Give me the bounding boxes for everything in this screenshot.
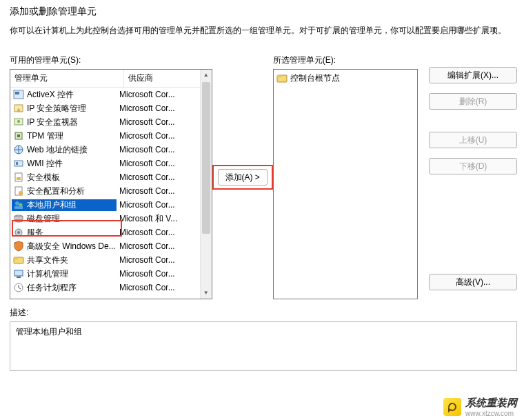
item-name: 服务 bbox=[27, 227, 43, 239]
item-name: 本地用户和组 bbox=[27, 199, 77, 211]
item-vendor: Microsoft Cor... bbox=[117, 159, 210, 168]
list-item[interactable]: 计算机管理Microsoft Cor... bbox=[10, 267, 212, 281]
svg-rect-6 bbox=[17, 134, 20, 137]
svg-rect-25 bbox=[17, 277, 21, 278]
item-vendor: Microsoft Cor... bbox=[117, 200, 210, 210]
available-label: 可用的管理单元(S): bbox=[10, 54, 212, 66]
list-item[interactable]: Web 地址的链接Microsoft Cor... bbox=[10, 143, 212, 157]
item-vendor: Microsoft Cor... bbox=[117, 186, 210, 196]
item-name: Web 地址的链接 bbox=[27, 144, 88, 156]
advanced-button[interactable]: 高级(V)... bbox=[429, 274, 517, 290]
ipsec-policy-icon bbox=[13, 103, 24, 114]
svg-point-4 bbox=[17, 120, 20, 123]
item-vendor: Microsoft Cor... bbox=[117, 228, 210, 237]
item-name: TPM 管理 bbox=[27, 130, 63, 142]
console-root-label: 控制台根节点 bbox=[290, 72, 340, 84]
activex-icon bbox=[13, 89, 24, 100]
item-name: 共享文件夹 bbox=[27, 254, 68, 266]
selected-label: 所选管理单元(E): bbox=[273, 54, 418, 66]
list-item[interactable]: TPM 管理Microsoft Cor... bbox=[10, 129, 212, 143]
svg-rect-23 bbox=[14, 257, 18, 259]
col-header-vendor[interactable]: 供应商 bbox=[124, 70, 212, 87]
item-vendor: Microsoft Cor... bbox=[117, 255, 210, 265]
edit-extensions-button[interactable]: 编辑扩展(X)... bbox=[429, 67, 517, 83]
selected-listbox[interactable]: 控制台根节点 bbox=[273, 69, 418, 299]
console-root-node[interactable]: 控制台根节点 bbox=[274, 70, 417, 87]
item-vendor: Microsoft Cor... bbox=[117, 131, 210, 141]
description-label: 描述: bbox=[10, 307, 517, 319]
list-item[interactable]: 高级安全 Windows De...Microsoft Cor... bbox=[10, 239, 212, 253]
col-header-name[interactable]: 管理单元 bbox=[10, 70, 124, 87]
sec-config-icon bbox=[13, 186, 24, 197]
item-name: IP 安全监视器 bbox=[27, 117, 78, 128]
list-item[interactable]: 任务计划程序Microsoft Cor... bbox=[10, 281, 212, 294]
computer-mgmt-icon bbox=[13, 268, 24, 279]
item-vendor: Microsoft 和 V... bbox=[117, 213, 210, 225]
item-vendor: Microsoft Cor... bbox=[117, 172, 210, 182]
scroll-down-icon[interactable]: ▼ bbox=[201, 288, 212, 299]
annotation-highlight-add: 添加(A) > bbox=[212, 165, 273, 190]
list-item[interactable]: 服务Microsoft Cor... bbox=[10, 226, 212, 239]
svg-rect-24 bbox=[14, 270, 23, 276]
item-name: 磁盘管理 bbox=[27, 213, 60, 225]
description-box: 管理本地用户和组 bbox=[10, 321, 517, 371]
svg-rect-16 bbox=[14, 206, 23, 209]
item-vendor: Microsoft Cor... bbox=[117, 283, 210, 292]
list-item[interactable]: ActiveX 控件Microsoft Cor... bbox=[10, 88, 212, 101]
ipsec-monitor-icon bbox=[13, 117, 24, 128]
wmi-icon bbox=[13, 158, 24, 169]
svg-point-21 bbox=[17, 231, 20, 234]
item-name: 任务计划程序 bbox=[27, 282, 77, 294]
item-name: ActiveX 控件 bbox=[27, 89, 74, 101]
item-vendor: Microsoft Cor... bbox=[117, 117, 210, 127]
local-users-icon bbox=[13, 199, 24, 210]
svg-point-15 bbox=[19, 203, 23, 207]
item-name: 安全模板 bbox=[27, 172, 60, 183]
list-item[interactable]: 安全模板Microsoft Cor... bbox=[10, 170, 212, 184]
scroll-up-icon[interactable]: ▲ bbox=[201, 70, 212, 81]
list-item[interactable]: 本地用户和组Microsoft Cor... bbox=[10, 198, 212, 212]
svg-rect-11 bbox=[17, 177, 21, 180]
task-sched-icon bbox=[13, 282, 24, 293]
list-item[interactable]: 安全配置和分析Microsoft Cor... bbox=[10, 184, 212, 198]
tpm-icon bbox=[13, 130, 24, 141]
item-name: WMI 控件 bbox=[27, 158, 63, 170]
svg-point-19 bbox=[14, 219, 23, 222]
svg-point-14 bbox=[15, 201, 19, 206]
list-item[interactable]: IP 安全策略管理Microsoft Cor... bbox=[10, 101, 212, 115]
console-root-icon bbox=[276, 73, 288, 84]
item-vendor: Microsoft Cor... bbox=[117, 90, 210, 99]
available-list-header: 管理单元 供应商 bbox=[10, 70, 212, 88]
scrollbar[interactable]: ▲ ▼ bbox=[200, 70, 212, 299]
item-vendor: Microsoft Cor... bbox=[117, 241, 210, 251]
list-item[interactable]: 共享文件夹Microsoft Cor... bbox=[10, 253, 212, 267]
scroll-thumb[interactable] bbox=[202, 82, 210, 234]
watermark-text-en: www.xtzcw.com bbox=[465, 410, 517, 417]
dialog-title: 添加或删除管理单元 bbox=[10, 6, 517, 18]
move-up-button[interactable]: 上移(U) bbox=[429, 132, 517, 148]
add-button[interactable]: 添加(A) > bbox=[218, 169, 268, 186]
shared-folders-icon bbox=[13, 254, 24, 266]
description-text: 管理本地用户和组 bbox=[16, 327, 82, 337]
item-name: 计算机管理 bbox=[27, 268, 68, 280]
available-listbox[interactable]: 管理单元 供应商 ActiveX 控件Microsoft Cor...IP 安全… bbox=[10, 69, 212, 299]
services-icon bbox=[13, 227, 24, 238]
item-vendor: Microsoft Cor... bbox=[117, 269, 210, 279]
item-name: 安全配置和分析 bbox=[27, 186, 85, 197]
item-vendor: Microsoft Cor... bbox=[117, 145, 210, 154]
adv-firewall-icon bbox=[13, 241, 24, 252]
remove-button[interactable]: 删除(R) bbox=[429, 93, 517, 110]
svg-rect-1 bbox=[15, 92, 19, 94]
item-vendor: Microsoft Cor... bbox=[117, 103, 210, 113]
sec-template-icon bbox=[13, 172, 24, 183]
dialog-description: 你可以在计算机上为此控制台选择可用的管理单元并配置所选的一组管理单元。对于可扩展… bbox=[10, 25, 517, 37]
disk-mgmt-icon bbox=[13, 213, 24, 224]
list-item[interactable]: WMI 控件Microsoft Cor... bbox=[10, 157, 212, 170]
svg-rect-9 bbox=[16, 162, 18, 165]
watermark: 系统重装网 www.xtzcw.com bbox=[442, 395, 521, 419]
list-item[interactable]: 磁盘管理Microsoft 和 V... bbox=[10, 212, 212, 226]
watermark-icon bbox=[443, 398, 461, 416]
move-down-button[interactable]: 下移(D) bbox=[429, 158, 517, 174]
svg-point-13 bbox=[19, 191, 23, 195]
list-item[interactable]: IP 安全监视器Microsoft Cor... bbox=[10, 115, 212, 129]
